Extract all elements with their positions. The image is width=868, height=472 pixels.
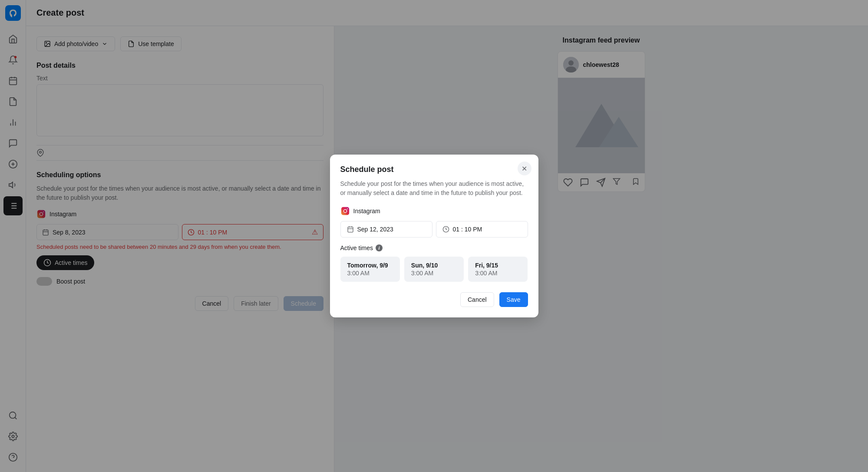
active-time-date-0: Tomorrow, 9/9 — [347, 262, 393, 269]
svg-point-47 — [347, 208, 348, 209]
modal-time-field[interactable]: 01 : 10 PM — [436, 221, 528, 238]
active-time-date-2: Fri, 9/15 — [475, 262, 521, 269]
modal-instagram-icon — [340, 206, 350, 216]
modal-title: Schedule post — [340, 165, 528, 174]
modal-overlay[interactable]: ✕ Schedule post Schedule your post for t… — [0, 0, 868, 472]
modal-cancel-button[interactable]: Cancel — [460, 292, 494, 307]
active-time-card-2[interactable]: Fri, 9/15 3:00 AM — [468, 257, 528, 282]
active-time-card-0[interactable]: Tomorrow, 9/9 3:00 AM — [340, 257, 400, 282]
active-time-card-1[interactable]: Sun, 9/10 3:00 AM — [404, 257, 464, 282]
modal-platform-row: Instagram — [340, 206, 528, 216]
active-time-time-2: 3:00 AM — [475, 270, 521, 277]
modal-date-value: Sep 12, 2023 — [357, 226, 393, 233]
modal-close-button[interactable]: ✕ — [518, 162, 531, 175]
active-time-time-1: 3:00 AM — [411, 270, 457, 277]
modal-date-field[interactable]: Sep 12, 2023 — [340, 221, 432, 238]
modal-actions: Cancel Save — [340, 292, 528, 307]
modal-time-value: 01 : 10 PM — [453, 226, 482, 233]
active-time-date-1: Sun, 9/10 — [411, 262, 457, 269]
svg-rect-45 — [341, 207, 349, 215]
active-time-time-0: 3:00 AM — [347, 270, 393, 277]
modal-description: Schedule your post for the times when yo… — [340, 179, 528, 198]
modal-save-button[interactable]: Save — [499, 292, 528, 307]
modal-calendar-icon — [347, 226, 354, 233]
modal-date-time-row: Sep 12, 2023 01 : 10 PM — [340, 221, 528, 238]
modal-platform-label: Instagram — [353, 208, 380, 215]
active-times-info-icon[interactable]: i — [376, 244, 383, 251]
modal-active-times-label: Active times i — [340, 244, 528, 251]
svg-rect-48 — [348, 227, 353, 232]
modal-clock-icon — [442, 226, 449, 233]
schedule-post-modal: ✕ Schedule post Schedule your post for t… — [330, 155, 538, 317]
active-time-cards: Tomorrow, 9/9 3:00 AM Sun, 9/10 3:00 AM … — [340, 257, 528, 282]
